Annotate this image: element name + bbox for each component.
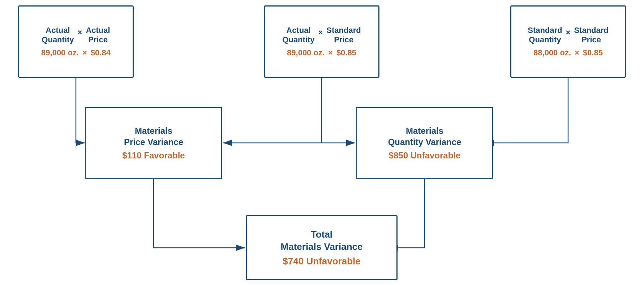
top-middle-op1: × xyxy=(318,28,323,37)
top-right-title2: Standard Price xyxy=(574,26,608,45)
tmv-value: $740 Unfavorable xyxy=(283,256,360,267)
mqv-title: MaterialsQuantity Variance xyxy=(388,125,461,148)
top-right-value2: $0.85 xyxy=(583,48,603,58)
top-right-op1: × xyxy=(566,28,571,37)
top-left-title1: Actual Quantity xyxy=(42,26,74,45)
top-middle-op2: × xyxy=(328,48,333,58)
mpv-value: $110 Favorable xyxy=(122,150,185,161)
top-right-op2: × xyxy=(575,48,579,58)
top-right-box: Standard Quantity × Standard Price 88,00… xyxy=(510,5,626,78)
diagram: Actual Quantity × Actual Price 89,000 oz… xyxy=(0,0,644,285)
top-middle-value1: 89,000 oz. xyxy=(287,48,325,58)
top-right-title1: Standard Quantity xyxy=(528,26,562,45)
mpv-title: MaterialsPrice Variance xyxy=(124,125,183,148)
top-left-op2: × xyxy=(82,48,87,58)
mqv-value: $850 Unfavorable xyxy=(389,150,461,161)
top-left-value2: $0.84 xyxy=(91,48,111,58)
top-right-value1: 88,000 oz. xyxy=(533,48,571,58)
top-left-box: Actual Quantity × Actual Price 89,000 oz… xyxy=(18,5,134,78)
top-left-op1: × xyxy=(78,28,82,37)
top-middle-box: Actual Quantity × Standard Price 89,000 … xyxy=(264,5,379,78)
top-left-title2: Actual Price xyxy=(86,26,110,45)
top-middle-title1: Actual Quantity xyxy=(282,26,314,45)
top-middle-title2: Standard Price xyxy=(326,26,361,45)
top-middle-value2: $0.85 xyxy=(336,48,356,58)
tmv-title: TotalMaterials Variance xyxy=(281,229,363,253)
top-left-value1: 89,000 oz. xyxy=(41,48,79,58)
total-materials-variance-box: TotalMaterials Variance $740 Unfavorable xyxy=(246,215,398,280)
materials-price-variance-box: MaterialsPrice Variance $110 Favorable xyxy=(85,107,222,179)
materials-quantity-variance-box: MaterialsQuantity Variance $850 Unfavora… xyxy=(356,107,493,179)
